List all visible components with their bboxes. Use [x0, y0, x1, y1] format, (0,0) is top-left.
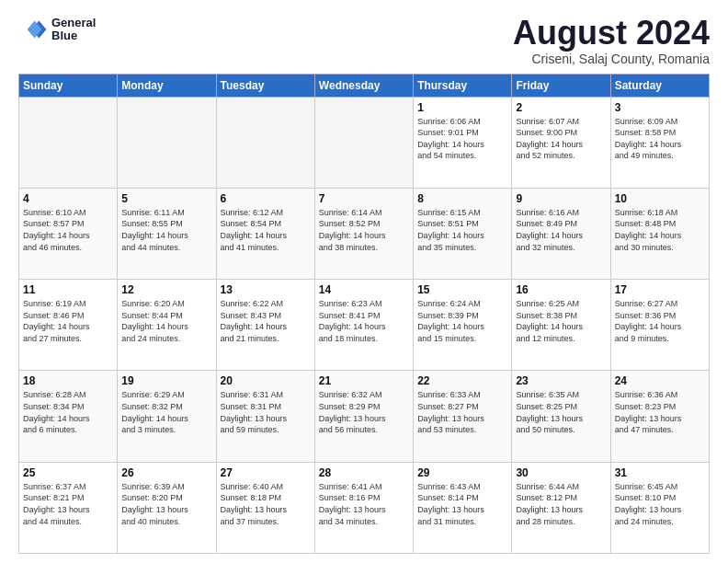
day-cell: 16Sunrise: 6:25 AM Sunset: 8:38 PM Dayli… — [512, 280, 610, 371]
calendar-body: 1Sunrise: 6:06 AM Sunset: 9:01 PM Daylig… — [19, 97, 710, 553]
day-cell — [314, 97, 413, 188]
weekday-wednesday: Wednesday — [314, 74, 413, 97]
calendar: SundayMondayTuesdayWednesdayThursdayFrid… — [18, 74, 710, 554]
subtitle: Criseni, Salaj County, Romania — [513, 52, 710, 66]
logo: General Blue — [18, 15, 96, 44]
day-info: Sunrise: 6:28 AM Sunset: 8:34 PM Dayligh… — [23, 389, 113, 435]
day-info: Sunrise: 6:09 AM Sunset: 8:58 PM Dayligh… — [615, 116, 705, 162]
day-number: 6 — [221, 192, 311, 205]
day-info: Sunrise: 6:27 AM Sunset: 8:36 PM Dayligh… — [615, 298, 705, 344]
day-cell: 1Sunrise: 6:06 AM Sunset: 9:01 PM Daylig… — [414, 97, 512, 188]
day-number: 7 — [319, 192, 409, 205]
day-number: 4 — [23, 192, 113, 205]
day-cell: 3Sunrise: 6:09 AM Sunset: 8:58 PM Daylig… — [610, 97, 709, 188]
day-number: 14 — [319, 283, 409, 296]
weekday-saturday: Saturday — [610, 74, 709, 97]
day-cell: 5Sunrise: 6:11 AM Sunset: 8:55 PM Daylig… — [118, 188, 216, 279]
day-info: Sunrise: 6:43 AM Sunset: 8:14 PM Dayligh… — [417, 481, 507, 527]
day-number: 18 — [23, 374, 113, 387]
weekday-friday: Friday — [512, 74, 610, 97]
weekday-thursday: Thursday — [414, 74, 512, 97]
day-info: Sunrise: 6:29 AM Sunset: 8:32 PM Dayligh… — [121, 389, 211, 435]
day-cell: 28Sunrise: 6:41 AM Sunset: 8:16 PM Dayli… — [314, 462, 413, 553]
day-number: 30 — [516, 466, 606, 479]
logo-line2: Blue — [51, 29, 96, 42]
weekday-header-row: SundayMondayTuesdayWednesdayThursdayFrid… — [19, 74, 710, 97]
day-info: Sunrise: 6:24 AM Sunset: 8:39 PM Dayligh… — [417, 298, 507, 344]
day-cell: 20Sunrise: 6:31 AM Sunset: 8:31 PM Dayli… — [216, 371, 314, 462]
logo-line1: General — [51, 17, 96, 29]
day-cell: 7Sunrise: 6:14 AM Sunset: 8:52 PM Daylig… — [314, 188, 413, 279]
title-block: August 2024 Criseni, Salaj County, Roman… — [513, 15, 710, 66]
day-info: Sunrise: 6:23 AM Sunset: 8:41 PM Dayligh… — [319, 298, 409, 344]
day-info: Sunrise: 6:36 AM Sunset: 8:23 PM Dayligh… — [615, 389, 705, 435]
day-cell — [118, 97, 216, 188]
day-cell: 30Sunrise: 6:44 AM Sunset: 8:12 PM Dayli… — [512, 462, 610, 553]
day-info: Sunrise: 6:37 AM Sunset: 8:21 PM Dayligh… — [23, 481, 113, 527]
day-cell: 14Sunrise: 6:23 AM Sunset: 8:41 PM Dayli… — [314, 280, 413, 371]
day-number: 12 — [121, 283, 211, 296]
day-cell: 24Sunrise: 6:36 AM Sunset: 8:23 PM Dayli… — [610, 371, 709, 462]
day-cell: 6Sunrise: 6:12 AM Sunset: 8:54 PM Daylig… — [216, 188, 314, 279]
week-row-3: 11Sunrise: 6:19 AM Sunset: 8:46 PM Dayli… — [19, 280, 710, 371]
day-info: Sunrise: 6:32 AM Sunset: 8:29 PM Dayligh… — [319, 389, 409, 435]
day-number: 15 — [417, 283, 507, 296]
day-cell: 15Sunrise: 6:24 AM Sunset: 8:39 PM Dayli… — [414, 280, 512, 371]
day-cell: 9Sunrise: 6:16 AM Sunset: 8:49 PM Daylig… — [512, 188, 610, 279]
day-number: 2 — [516, 101, 606, 114]
day-info: Sunrise: 6:44 AM Sunset: 8:12 PM Dayligh… — [516, 481, 606, 527]
day-number: 28 — [319, 466, 409, 479]
day-number: 29 — [417, 466, 507, 479]
day-cell: 10Sunrise: 6:18 AM Sunset: 8:48 PM Dayli… — [610, 188, 709, 279]
logo-icon — [18, 15, 48, 44]
day-number: 9 — [516, 192, 606, 205]
day-info: Sunrise: 6:20 AM Sunset: 8:44 PM Dayligh… — [121, 298, 211, 344]
day-number: 24 — [615, 374, 705, 387]
day-number: 22 — [417, 374, 507, 387]
day-number: 13 — [221, 283, 311, 296]
day-number: 17 — [615, 283, 705, 296]
day-info: Sunrise: 6:16 AM Sunset: 8:49 PM Dayligh… — [516, 207, 606, 253]
day-cell: 29Sunrise: 6:43 AM Sunset: 8:14 PM Dayli… — [414, 462, 512, 553]
day-number: 25 — [23, 466, 113, 479]
day-info: Sunrise: 6:14 AM Sunset: 8:52 PM Dayligh… — [319, 207, 409, 253]
week-row-1: 1Sunrise: 6:06 AM Sunset: 9:01 PM Daylig… — [19, 97, 710, 188]
day-number: 31 — [615, 466, 705, 479]
main-title: August 2024 — [513, 15, 710, 52]
day-cell: 8Sunrise: 6:15 AM Sunset: 8:51 PM Daylig… — [414, 188, 512, 279]
day-cell: 11Sunrise: 6:19 AM Sunset: 8:46 PM Dayli… — [19, 280, 118, 371]
day-cell: 18Sunrise: 6:28 AM Sunset: 8:34 PM Dayli… — [19, 371, 118, 462]
day-info: Sunrise: 6:45 AM Sunset: 8:10 PM Dayligh… — [615, 481, 705, 527]
day-cell: 25Sunrise: 6:37 AM Sunset: 8:21 PM Dayli… — [19, 462, 118, 553]
day-info: Sunrise: 6:19 AM Sunset: 8:46 PM Dayligh… — [23, 298, 113, 344]
day-number: 1 — [417, 101, 507, 114]
day-cell: 31Sunrise: 6:45 AM Sunset: 8:10 PM Dayli… — [610, 462, 709, 553]
weekday-tuesday: Tuesday — [216, 74, 314, 97]
day-cell: 2Sunrise: 6:07 AM Sunset: 9:00 PM Daylig… — [512, 97, 610, 188]
weekday-monday: Monday — [118, 74, 216, 97]
day-info: Sunrise: 6:18 AM Sunset: 8:48 PM Dayligh… — [615, 207, 705, 253]
day-info: Sunrise: 6:22 AM Sunset: 8:43 PM Dayligh… — [221, 298, 311, 344]
day-info: Sunrise: 6:15 AM Sunset: 8:51 PM Dayligh… — [417, 207, 507, 253]
day-info: Sunrise: 6:06 AM Sunset: 9:01 PM Dayligh… — [417, 116, 507, 162]
day-info: Sunrise: 6:31 AM Sunset: 8:31 PM Dayligh… — [221, 389, 311, 435]
day-number: 16 — [516, 283, 606, 296]
day-number: 20 — [221, 374, 311, 387]
day-cell: 21Sunrise: 6:32 AM Sunset: 8:29 PM Dayli… — [314, 371, 413, 462]
day-number: 10 — [615, 192, 705, 205]
day-cell: 27Sunrise: 6:40 AM Sunset: 8:18 PM Dayli… — [216, 462, 314, 553]
day-cell: 26Sunrise: 6:39 AM Sunset: 8:20 PM Dayli… — [118, 462, 216, 553]
day-number: 26 — [121, 466, 211, 479]
day-number: 11 — [23, 283, 113, 296]
logo-text: General Blue — [51, 17, 96, 43]
day-cell: 23Sunrise: 6:35 AM Sunset: 8:25 PM Dayli… — [512, 371, 610, 462]
day-info: Sunrise: 6:11 AM Sunset: 8:55 PM Dayligh… — [121, 207, 211, 253]
day-info: Sunrise: 6:35 AM Sunset: 8:25 PM Dayligh… — [516, 389, 606, 435]
day-cell — [216, 97, 314, 188]
day-number: 23 — [516, 374, 606, 387]
day-number: 21 — [319, 374, 409, 387]
weekday-sunday: Sunday — [19, 74, 118, 97]
week-row-2: 4Sunrise: 6:10 AM Sunset: 8:57 PM Daylig… — [19, 188, 710, 279]
day-cell: 13Sunrise: 6:22 AM Sunset: 8:43 PM Dayli… — [216, 280, 314, 371]
day-cell: 22Sunrise: 6:33 AM Sunset: 8:27 PM Dayli… — [414, 371, 512, 462]
